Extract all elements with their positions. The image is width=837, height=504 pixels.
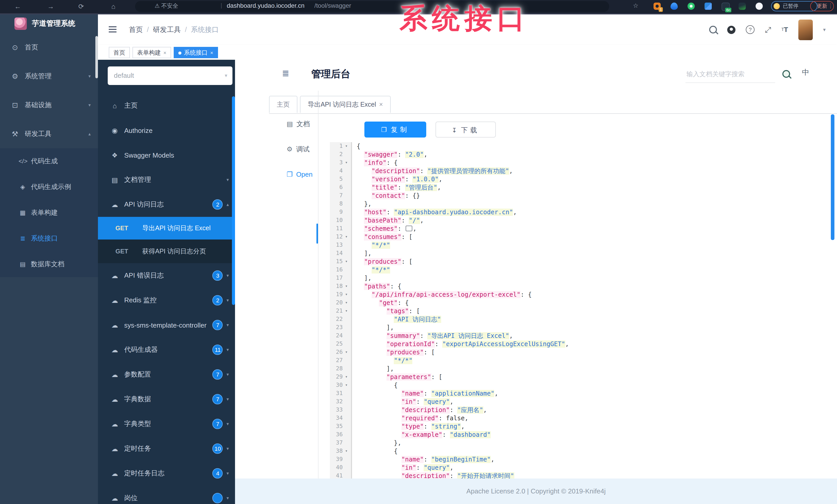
- token: "*/*": [372, 242, 390, 249]
- fullscreen-icon[interactable]: ⤢: [765, 25, 771, 34]
- sidebar-item-system[interactable]: ⚙系统管理▾: [0, 62, 98, 91]
- breadcrumb-home[interactable]: 首页: [129, 26, 143, 34]
- sidebar-item-db-doc[interactable]: ▤数据库文档: [0, 251, 98, 277]
- swagger-menu-label: API 访问日志: [124, 200, 210, 209]
- swagger-menu-item[interactable]: ⌂主页: [98, 93, 235, 118]
- token: [357, 192, 372, 199]
- token: "schemes": [364, 225, 398, 232]
- reload-icon[interactable]: ⟳: [78, 2, 84, 12]
- ext-puzzle-icon[interactable]: [705, 3, 712, 10]
- swagger-menu-item[interactable]: ◉Authorize: [98, 118, 235, 143]
- swagger-menu-item[interactable]: ☁代码生成器11▾: [98, 337, 235, 362]
- doc-nav-调试[interactable]: ⚙调试: [278, 136, 318, 162]
- ext-green-ring-icon[interactable]: [688, 3, 695, 10]
- search-icon[interactable]: [709, 26, 717, 34]
- close-icon[interactable]: ×: [210, 50, 213, 56]
- bookmark-star-icon[interactable]: ☆: [633, 2, 639, 9]
- tag-首页[interactable]: 首页: [109, 47, 130, 58]
- language-toggle[interactable]: 中: [802, 68, 809, 77]
- app-window: 芋道管理系统 ⊙首页⚙系统管理▾⊡基础设施▾⚒研发工具▴</>代码生成◈代码生成…: [0, 14, 837, 504]
- code-editor[interactable]: 1▾{2 "swagger": "2.0",3▾ "info": {4 "des…: [330, 142, 837, 480]
- close-icon[interactable]: ×: [379, 101, 383, 108]
- tag-表单构建[interactable]: 表单构建×: [132, 47, 171, 58]
- lock-icon: ◉: [110, 127, 119, 134]
- sidebar-item-infra[interactable]: ⊡基础设施▾: [0, 91, 98, 119]
- gutter: 33: [330, 406, 352, 414]
- cloud-icon: ☁: [110, 296, 119, 304]
- swagger-menu-item[interactable]: ☁字典类型7▾: [98, 412, 235, 436]
- line-number: 27: [330, 356, 343, 365]
- operation-item[interactable]: GET获得API 访问日志分页: [98, 240, 235, 263]
- copy-button[interactable]: ❐复制: [364, 122, 426, 137]
- swagger-menu-item[interactable]: ❖Swagger Models: [98, 143, 235, 167]
- font-size-icon[interactable]: TT: [781, 26, 788, 34]
- download-button[interactable]: ↧下载: [435, 122, 496, 137]
- sidebar-scrollbar[interactable]: [95, 36, 98, 78]
- code-line: 38▾ {: [330, 447, 837, 455]
- browser-menu-icon[interactable]: ⋮: [828, 3, 833, 9]
- token: [357, 217, 364, 224]
- swagger-menu-item[interactable]: ☁岗位▾: [98, 486, 235, 504]
- swagger-menu-item[interactable]: ☁定时任务日志4▾: [98, 461, 235, 486]
- doc-search-icon[interactable]: [782, 70, 790, 78]
- token: :: [398, 151, 405, 158]
- sidebar-item-devtool[interactable]: ⚒研发工具▴: [0, 119, 98, 148]
- group-select[interactable]: default ▾: [108, 67, 232, 85]
- swagger-menu-label: 定时任务日志: [124, 469, 210, 478]
- code-line: 20▾ "get": {: [330, 299, 837, 307]
- operation-item[interactable]: GET导出API 访问日志 Excel: [98, 217, 235, 240]
- sidebar-item-form-build[interactable]: ▦表单构建: [0, 200, 98, 226]
- sidebar-item-home[interactable]: ⊙首页: [0, 33, 98, 62]
- ext-dark-icon[interactable]: 6n: [722, 3, 730, 11]
- sidebar-item-codegen-demo[interactable]: ◈代码生成示例: [0, 174, 98, 200]
- logo[interactable]: 芋道管理系统: [0, 14, 98, 33]
- swagger-menu-item[interactable]: ☁定时任务10▾: [98, 436, 235, 461]
- chevron-down-icon[interactable]: ▾: [823, 27, 826, 33]
- doc-nav-文档[interactable]: ▤文档: [278, 111, 318, 136]
- collapse-menu-icon[interactable]: ≣: [282, 68, 289, 79]
- home-icon[interactable]: ⌂: [111, 2, 115, 12]
- doc-tabs: 主页导出API 访问日志 Excel×: [269, 96, 837, 114]
- swagger-menu-item[interactable]: ☁字典数据7▾: [98, 387, 235, 412]
- ext-orange-icon[interactable]: 1: [654, 3, 661, 10]
- doc-search-input[interactable]: [685, 66, 775, 83]
- ext-paw-icon[interactable]: [755, 3, 763, 10]
- security-warning[interactable]: ⚠ 不安全: [155, 2, 178, 10]
- token: false: [446, 415, 465, 422]
- swagger-sidebar-scrollbar[interactable]: [232, 96, 235, 305]
- table-doc-icon: ▤: [19, 261, 27, 268]
- github-icon[interactable]: [727, 25, 735, 34]
- line-number: 16: [330, 266, 343, 274]
- swagger-menu-item[interactable]: ▤文档管理▾: [98, 167, 235, 192]
- breadcrumb-devtool[interactable]: 研发工具: [153, 26, 181, 34]
- doc-tab[interactable]: 主页: [269, 96, 297, 113]
- code-line: 24 "summary": "导出API 访问日志 Excel",: [330, 332, 837, 340]
- ext-leaf-icon[interactable]: [738, 3, 746, 10]
- doc-tab[interactable]: 导出API 访问日志 Excel×: [300, 96, 391, 113]
- sidebar-item-codegen[interactable]: </>代码生成: [0, 148, 98, 174]
- tag-系统接口[interactable]: 系统接口×: [174, 47, 218, 58]
- code-line: 23 ],: [330, 323, 837, 332]
- avatar[interactable]: [798, 19, 813, 40]
- swagger-menu-item[interactable]: ☁API 错误日志3▾: [98, 263, 235, 288]
- extension-badge: 1: [659, 7, 663, 12]
- chevron-down-icon: ▾: [88, 102, 91, 108]
- address-bar[interactable]: [135, 1, 609, 12]
- page-scrollbar[interactable]: [831, 114, 834, 240]
- swagger-menu-item[interactable]: ☁API 访问日志2▴: [98, 192, 235, 217]
- line-number: 5: [330, 175, 343, 183]
- hamburger-icon[interactable]: [109, 26, 117, 33]
- swagger-menu-item[interactable]: ☁参数配置7▾: [98, 362, 235, 387]
- sidebar-item-api-doc[interactable]: ≣系统接口: [0, 226, 98, 251]
- monitor-icon: ⊡: [10, 101, 20, 109]
- help-icon[interactable]: ?: [746, 25, 754, 34]
- doc-nav-Open[interactable]: ❐Open: [278, 162, 318, 187]
- back-icon[interactable]: ←: [14, 2, 21, 12]
- close-icon[interactable]: ×: [163, 50, 166, 56]
- ext-drop-icon[interactable]: [671, 3, 678, 10]
- code-text: "title": "管理后台",: [352, 183, 441, 192]
- swagger-menu-item[interactable]: ☁sys-sms-template-controller7▾: [98, 313, 235, 337]
- folded-array-icon[interactable]: [406, 226, 412, 231]
- forward-icon[interactable]: →: [48, 2, 54, 12]
- swagger-menu-item[interactable]: ☁Redis 监控2▾: [98, 288, 235, 313]
